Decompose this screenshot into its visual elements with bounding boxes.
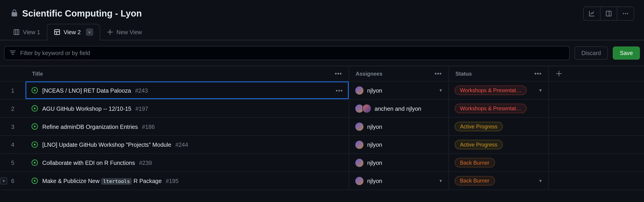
column-menu-icon[interactable]: ••• <box>335 70 342 77</box>
column-header-status[interactable]: Status ••• <box>449 66 548 81</box>
header-actions <box>583 7 634 21</box>
issue-title[interactable]: AGU GitHub Workshop -- 12/10-15 <box>42 105 132 112</box>
table-header-row: Title ••• Assignees ••• Status ••• <box>0 66 644 81</box>
new-view-button[interactable]: New View <box>100 25 148 39</box>
status-badge: Back Burner <box>455 158 495 167</box>
issue-number: #239 <box>139 159 152 166</box>
svg-point-12 <box>34 89 36 91</box>
avatar <box>355 158 364 167</box>
board-icon <box>13 29 20 35</box>
title-cell[interactable]: AGU GitHub Workshop -- 12/10-15#197 <box>26 100 349 117</box>
table-row[interactable]: 2AGU GitHub Workshop -- 12/10-15#197anch… <box>0 100 644 118</box>
issue-title[interactable]: [LNO] Update GitHub Workshop "Projects" … <box>42 141 171 148</box>
status-cell[interactable]: Workshops & Presentat…▼ <box>449 82 548 99</box>
issue-title[interactable]: Make & Publicize New ltertools R Package <box>42 177 162 184</box>
row-actions-button[interactable]: ••• <box>336 87 343 94</box>
table-row[interactable]: 4[LNO] Update GitHub Workshop "Projects"… <box>0 136 644 154</box>
svg-rect-0 <box>606 11 611 16</box>
table-row[interactable]: ▾6Make & Publicize New ltertools R Packa… <box>0 172 644 190</box>
issue-open-icon <box>31 87 38 94</box>
save-button[interactable]: Save <box>613 46 640 60</box>
add-column-button[interactable] <box>549 66 570 81</box>
issue-title[interactable]: Refine adminDB Organization Entries <box>42 123 138 130</box>
status-badge: Active Progress <box>455 122 503 131</box>
tab-view-1[interactable]: View 1 <box>6 25 47 39</box>
row-number: 3 <box>0 118 26 135</box>
table-row[interactable]: 3Refine adminDB Organization Entries#186… <box>0 118 644 136</box>
chevron-down-icon[interactable]: ▼ <box>538 88 542 93</box>
column-menu-icon[interactable]: ••• <box>434 70 442 77</box>
tab-label: View 1 <box>23 29 40 35</box>
status-badge: Active Progress <box>455 140 503 149</box>
column-header-assignees[interactable]: Assignees ••• <box>349 66 449 81</box>
avatar <box>355 122 364 131</box>
assignee-name: njlyon <box>367 87 382 94</box>
row-number-header <box>0 66 26 81</box>
chevron-down-icon[interactable]: ▼ <box>538 178 542 183</box>
chevron-down-icon[interactable]: ▼ <box>439 88 443 93</box>
column-menu-icon[interactable]: ••• <box>534 70 542 77</box>
assignee-name: anchen and njlyon <box>374 105 421 112</box>
assignee-name: njlyon <box>367 141 382 148</box>
column-header-title[interactable]: Title ••• <box>26 66 349 81</box>
svg-point-3 <box>625 13 626 14</box>
tabs-bar: View 1 View 2 ▾ New View <box>0 24 644 40</box>
issue-open-icon <box>31 141 38 148</box>
svg-rect-8 <box>54 30 60 35</box>
svg-rect-5 <box>14 30 19 35</box>
assignees-cell[interactable]: anchen and njlyon <box>349 100 449 117</box>
avatar <box>355 86 364 95</box>
title-cell[interactable]: [LNO] Update GitHub Workshop "Projects" … <box>26 136 349 153</box>
issue-title[interactable]: Collaborate with EDI on R Functions <box>42 159 135 166</box>
assignees-cell[interactable]: njlyon <box>349 136 449 153</box>
more-options-button[interactable] <box>617 7 634 20</box>
status-cell[interactable]: Workshops & Presentat…▼ <box>449 100 548 117</box>
title-cell[interactable]: [NCEAS / LNO] RET Data Palooza#243••• <box>26 82 349 99</box>
assignee-name: njlyon <box>367 177 382 184</box>
title-cell[interactable]: Collaborate with EDI on R Functions#239 <box>26 154 349 171</box>
title-cell[interactable]: Refine adminDB Organization Entries#186 <box>26 118 349 135</box>
filter-icon <box>10 50 16 56</box>
row-number: 1 <box>0 82 26 99</box>
filter-input-wrapper[interactable] <box>4 46 570 60</box>
assignees-cell[interactable]: njlyon <box>349 154 449 171</box>
avatar <box>355 176 364 185</box>
discard-button[interactable]: Discard <box>574 46 608 60</box>
panel-toggle-button[interactable] <box>600 7 617 20</box>
row-number: 5 <box>0 154 26 171</box>
tab-options-button[interactable]: ▾ <box>86 28 93 36</box>
plus-icon <box>106 29 113 35</box>
status-cell[interactable]: Active Progress▼ <box>449 136 548 153</box>
assignees-cell[interactable]: njlyon▼ <box>349 172 449 189</box>
assignee-name: njlyon <box>367 123 382 130</box>
status-badge: Back Burner <box>455 176 495 185</box>
filter-input[interactable] <box>20 50 564 56</box>
table-row[interactable]: 5Collaborate with EDI on R Functions#239… <box>0 154 644 172</box>
svg-point-14 <box>34 108 36 109</box>
svg-point-16 <box>34 126 36 127</box>
issue-open-icon <box>31 105 38 112</box>
issue-open-icon <box>31 159 38 166</box>
title-cell[interactable]: Make & Publicize New ltertools R Package… <box>26 172 349 189</box>
svg-point-22 <box>34 180 36 182</box>
assignees-cell[interactable]: njlyon <box>349 118 449 135</box>
status-cell[interactable]: Back Burner▼ <box>449 154 548 171</box>
status-badge: Workshops & Presentat… <box>455 86 527 95</box>
insights-button[interactable] <box>584 7 600 20</box>
project-title[interactable]: Scientific Computing - Lyon <box>22 8 142 19</box>
assignees-cell[interactable]: njlyon▼ <box>349 82 449 99</box>
table-row[interactable]: 1[NCEAS / LNO] RET Data Palooza#243•••nj… <box>0 82 644 100</box>
lock-icon <box>11 9 18 18</box>
issue-number: #243 <box>135 87 148 94</box>
svg-point-4 <box>627 13 628 14</box>
row-expander-button[interactable]: ▾ <box>0 177 8 184</box>
chevron-down-icon[interactable]: ▼ <box>439 178 443 183</box>
issue-number: #195 <box>166 177 179 184</box>
filter-bar: Discard Save <box>0 40 644 66</box>
tab-view-2[interactable]: View 2 ▾ <box>47 24 100 40</box>
issue-title[interactable]: [NCEAS / LNO] RET Data Palooza <box>42 87 131 94</box>
status-cell[interactable]: Back Burner▼ <box>449 172 548 189</box>
status-cell[interactable]: Active Progress▼ <box>449 118 548 135</box>
table-icon <box>54 29 60 35</box>
issue-number: #244 <box>175 141 188 148</box>
